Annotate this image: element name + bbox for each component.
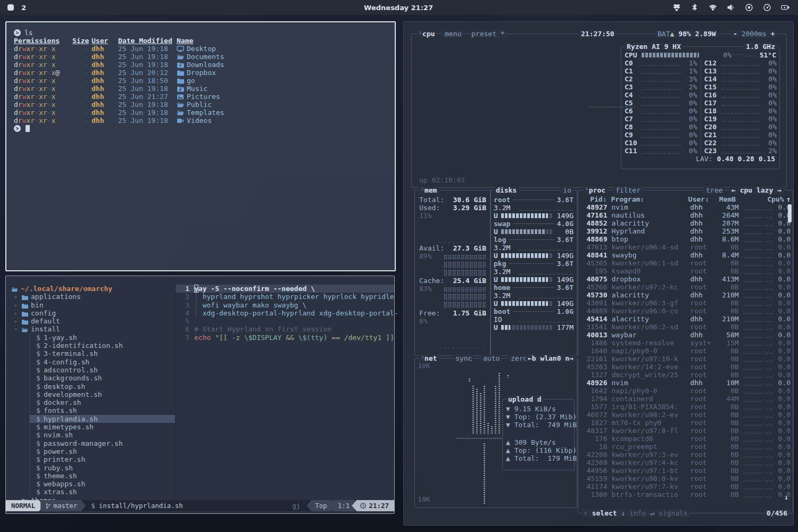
tree-file[interactable]: $power.sh [29,447,175,455]
proc-row[interactable]: 48852alacrittydhh207M⣀⣀⣀⣀⡀⣀⣀0.0 [578,219,793,227]
proc-row[interactable]: 46072kworker/u98:2-evroot0B⣀⣀⣀⣀⡀⣀⣀0.0 [578,411,793,419]
tree-root[interactable]: ~/.local/share/omarchy [6,285,175,293]
tree-file[interactable]: $adscontrol.sh [29,366,175,374]
tree-file[interactable]: $mimetypes.sh [29,423,175,431]
workspace-label[interactable]: 2 [21,4,26,12]
proc-row[interactable]: 45159kworker/u98:0-kvroot0B⣀⣀⣀⣀⡀⣀⣀0.0 [578,475,793,483]
tree-folder-config[interactable]: ▸config [6,309,175,317]
sort-selector[interactable]: ← cpu lazy → [732,186,782,194]
ls-name[interactable]: Downloads [177,61,387,69]
ls-name[interactable]: Videos [177,117,387,124]
interval-minus-button[interactable]: - [733,30,737,38]
tree-file[interactable]: $printer.sh [29,455,175,463]
proc-row[interactable]: 39912Hyprlanddhh253M⣀⣀⣀⣀⡀⣀⣀0.0 [578,227,793,235]
cpu-tab[interactable]: ¹cpu [416,30,437,38]
tree-folder-themes[interactable]: ▸themes [6,496,175,500]
proc-row[interactable]: 40075dropboxdhh413M⣀⣀⣀⣀⡀⣀⣀0.0 [578,275,793,283]
proc-row[interactable]: 45263kworker/14:2-everoot0B⣀⣀⣀⣀⡀⣀⣀0.0 [578,363,793,371]
proc-row[interactable]: 41174kworker/u97:7-kvroot0B⣀⣀⣀⣀⡀⣀⣀0.0 [578,483,793,491]
proc-row[interactable]: 45414alacrittydhh210M⣀⣀⣀⣀⡀⣀⣀0.0 [578,315,793,323]
preset-button[interactable]: preset * [469,30,507,38]
proc-row[interactable]: 43091kworker/u96:3-gfroot0B⣀⣀⣀⣀⡀⣀⣀0.0 [578,299,793,307]
proc-row[interactable]: 45266kworker/u97:2-kcroot0B⣀⣀⣀⣀⡀⣀⣀0.0 [578,283,793,291]
tree-file[interactable]: $2-identification.sh [29,342,175,350]
proc-row[interactable]: 40013waybardhh58M⣀⣀⣀⣀⡀⣀⣀0.0 [578,331,793,339]
proc-row[interactable]: 16rcu_preemptroot0B⣀⣀⣀⣀⡀⣀⣀0.0 [578,443,793,451]
tree-file[interactable]: $3-terminal.sh [29,350,175,358]
screencast-icon[interactable] [745,3,753,12]
ls-name[interactable]: Pictures [177,93,387,101]
info-action[interactable]: info [629,509,646,517]
ls-name[interactable]: Music [177,85,387,93]
proc-row[interactable]: 47161nautilusdhh264M⣀⣀⣀⣀⡀⣀⣀0.0 [578,211,793,219]
proc-row[interactable]: 44889kworker/u96:0-coroot0B⣀⣀⣀⣀⡀⣀⣀0.0 [578,307,793,315]
proc-scrollbar[interactable] [788,204,792,222]
col-memb[interactable]: MemB [714,195,736,203]
tree-file[interactable]: $1-yay.sh [29,334,175,342]
proc-row[interactable]: 48927nvimdhh43M⣀⣀⣀⣀⡀⣀⣀0.0 [578,203,793,211]
proc-row[interactable]: 1327dmcrypt_write/25root0B⣀⣀⣀⣀⡀⣀⣀0.0 [578,371,793,379]
scroll-up-icon[interactable]: ↑ [783,195,791,203]
proc-row[interactable]: 22161kworker/u97:10-kroot0B⣀⣀⣀⣀⡀⣀⣀0.0 [578,355,793,363]
col-user[interactable]: User: [685,195,715,203]
tree-folder-applications[interactable]: ▸applications [6,293,175,301]
proc-row[interactable]: 1642napi/phy0-0root0B⣀⣀⣀⣀⡀⣀⣀0.0 [578,387,793,395]
tree-file[interactable]: $fonts.sh [29,406,175,414]
proc-row[interactable]: 48869btopdhh8.6M⣀⣀⣀⣀⡀⣀⣀0.0 [578,235,793,243]
proc-row[interactable]: 48841swaybgdhh8.4M⣀⣀⣀⣀⡀⣀⣀0.0 [578,251,793,259]
col-cpu[interactable]: Cpu% [767,195,783,203]
tree-file[interactable]: $xtras.sh [29,488,175,496]
dropbox-icon[interactable] [672,3,681,12]
mem-tab[interactable]: ²mem [418,186,439,194]
proc-row[interactable]: 176kcompactd0root0B⣀⣀⣀⣀⡀⣀⣀0.0 [578,435,793,443]
proc-tab[interactable]: ⁴proc [583,186,608,194]
select-action[interactable]: select [592,509,617,517]
code-line[interactable]: 4│ xdg-desktop-portal-hyprland xdg-deskt… [176,309,394,317]
proc-row[interactable]: 31541kworker/u96:2-sdroot0B⣀⣀⣀⣀⡀⣀⣀0.0 [578,323,793,331]
tree-file[interactable]: $development.sh [29,390,175,398]
ls-name[interactable]: Public [177,101,387,109]
tree-file[interactable]: $webapps.sh [29,480,175,488]
tree-folder-default[interactable]: ▸default [6,317,175,325]
net-tab[interactable]: ³net [418,354,439,362]
wifi-icon[interactable] [709,3,717,12]
filter-button[interactable]: filter [613,186,643,194]
io-toggle[interactable]: io [561,186,573,194]
tree-file[interactable]: $backgrounds.sh [29,374,175,382]
tree-file[interactable]: $hyprlandia.sh [29,415,175,423]
code-line[interactable]: 1yay -S --noconfirm --needed \ [176,285,394,293]
proc-row[interactable]: 1577irq/81-PIXA3854:root0B⣀⣀⣀⣀⡀⣀⣀0.0 [578,403,793,411]
tree-file[interactable]: $theme.sh [29,472,175,480]
ls-name[interactable]: Templates [177,109,387,117]
code-line[interactable]: 3│ wofi waybar mako swaybg \ [176,301,394,309]
proc-row[interactable]: 1486systemd-resolvesyst+15M⣀⣀⣀⣀⡀⣀⣀0.0 [578,339,793,347]
ls-name[interactable]: go [177,77,387,85]
tree-file[interactable]: $ruby.sh [29,464,175,472]
proc-row[interactable]: 1794containerdroot44M⣀⣀⣀⣀⡀⣀⣀0.0 [578,395,793,403]
tree-file[interactable]: $nvim.sh [29,431,175,439]
proc-row[interactable]: 42208kworker/u97:3-evroot0B⣀⣀⣀⣀⡀⣀⣀0.0 [578,451,793,459]
net-auto-button[interactable]: auto [481,354,502,362]
net-interface[interactable]: ←b wlan0 n→ [528,354,573,362]
shell-prompt[interactable]: > [14,124,387,132]
proc-row[interactable]: 48926nvimdhh10M⣀⣀⣀⣀⡀⣀⣀0.0 [578,379,793,387]
interval-plus-button[interactable]: + [770,30,775,38]
code-line[interactable]: 2│ hyprland hyprshot hyprpicker hyprlock… [176,293,394,301]
net-sync-button[interactable]: sync [453,354,474,362]
tree-file[interactable]: $password-manager.sh [29,439,175,447]
workspace-active-indicator[interactable] [7,4,14,11]
tree-file[interactable]: $docker.sh [29,398,175,406]
proc-row[interactable]: 48317kworker/u97:8-flroot0B⣀⣀⣀⣀⡀⣀⣀0.0 [578,427,793,435]
bluetooth-icon[interactable] [691,3,699,12]
code-line[interactable]: 5 [176,317,394,325]
proc-row[interactable]: 42309kworker/u97:4-kcroot0B⣀⣀⣀⣀⡀⣀⣀0.0 [578,459,793,467]
code-editor[interactable]: 1yay -S --noconfirm --needed \2│ hyprlan… [176,276,394,500]
ls-name[interactable]: Desktop [177,45,387,53]
gauge-icon[interactable] [763,3,771,12]
tree-toggle[interactable]: tree [704,186,725,194]
scroll-down-icon[interactable]: ↓ [784,493,788,501]
menu-button[interactable]: menu [443,30,463,38]
code-line[interactable]: 7echo "[[ -z \$DISPLAY && \$(tty) == /de… [176,334,394,342]
code-line[interactable]: 6# Start Hyprland on first session [176,325,394,333]
signals-action[interactable]: signals [659,509,688,517]
